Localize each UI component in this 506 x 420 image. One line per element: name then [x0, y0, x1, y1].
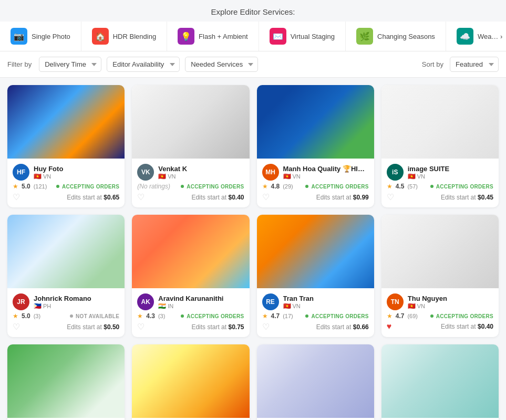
card[interactable]: AK Aravind Karunanithi 🇮🇳 IN ★ 4.3 (3) A…: [132, 215, 249, 337]
country-code: VN: [293, 173, 301, 180]
editor-country: 🇻🇳 VN: [408, 173, 493, 180]
star-icon: ★: [137, 312, 143, 320]
changing-seasons-icon: 🌿: [356, 28, 373, 45]
card[interactable]: RE Tran Tran 🇻🇳 VN ★ 4.7 (17) ACCEPTING …: [257, 215, 374, 337]
card-body: iS image SUITE 🇻🇳 VN ★ 4.5 (57) ACCEPTIN…: [381, 159, 499, 207]
sort-select[interactable]: Featured: [450, 57, 499, 72]
favorite-button[interactable]: ♡: [13, 192, 20, 202]
editor-row: JR Johnrick Romano 🇵🇭 PH: [13, 293, 119, 310]
card-body: AK Aravind Karunanithi 🇮🇳 IN ★ 4.3 (3) A…: [132, 288, 249, 337]
card-body: HF Huy Foto 🇻🇳 VN ★ 5.0 (121) ACCEPTING …: [7, 159, 125, 207]
status-text: ACCEPTING ORDERS: [311, 313, 368, 319]
price-label: Edits start at $0.99: [316, 194, 369, 201]
service-item-flash-ambient[interactable]: 💡 Flash + Ambient: [167, 22, 259, 51]
card-body: RN Rocker Nguyen 🇻🇳 VN ACCEPTING ORDERS: [257, 418, 374, 420]
rating-value: 4.7: [396, 312, 405, 320]
editor-name: Venkat K: [158, 165, 244, 173]
country-code: PH: [43, 303, 51, 309]
status-dot: [56, 185, 59, 188]
rating-value: 4.5: [396, 183, 405, 190]
favorite-button[interactable]: ♡: [387, 192, 394, 202]
card-grid: HF Huy Foto 🇻🇳 VN ★ 5.0 (121) ACCEPTING …: [0, 78, 506, 420]
editor-country: 🇻🇳 VN: [283, 302, 369, 310]
card[interactable]: HF Huy Foto 🇻🇳 VN ★ 5.0 (121) ACCEPTING …: [7, 85, 125, 207]
editor-row: RE Tran Tran 🇻🇳 VN: [262, 293, 369, 310]
editor-row: MH Manh Hoa Quality 🏆HIGH – END + 🇻🇳 VN: [262, 164, 369, 181]
avatar: VK: [137, 164, 154, 181]
favorite-button[interactable]: ♡: [262, 192, 270, 202]
service-item-hdr-blending[interactable]: 🏠 HDR Blending: [81, 22, 167, 51]
card[interactable]: RE Ryan Esgana 🇵🇭 PH ACCEPTING ORDERS ♡: [7, 344, 125, 420]
price-label: Edits start at $0.45: [441, 194, 493, 201]
rating-count: (57): [407, 183, 418, 190]
status-dot: [70, 314, 73, 318]
favorite-button[interactable]: ♡: [262, 322, 270, 332]
flash-ambient-icon: 💡: [178, 28, 194, 45]
service-item-single-photo[interactable]: 📷 Single Photo: [0, 22, 81, 51]
card-body: RE Ryan Esgana 🇵🇭 PH ACCEPTING ORDERS ♡: [7, 418, 125, 420]
service-item-changing-seasons[interactable]: 🌿 Changing Seasons: [346, 22, 446, 51]
single-photo-icon: 📷: [11, 28, 27, 45]
editor-country: 🇮🇳 IN: [158, 302, 244, 310]
country-flag: 🇻🇳: [408, 302, 416, 310]
hdr-blending-icon: 🏠: [92, 28, 109, 45]
country-flag: 🇻🇳: [283, 302, 291, 310]
status-text: NOT AVAILABLE: [76, 313, 119, 319]
price-row: ♥ Edits start at $0.40: [387, 322, 493, 331]
card[interactable]: MH Manh Hoa Quality 🏆HIGH – END + 🇻🇳 VN …: [257, 85, 374, 207]
favorite-button[interactable]: ♥: [387, 322, 392, 331]
hdr-blending-label: HDR Blending: [113, 33, 156, 40]
star-icon: ★: [13, 312, 18, 320]
favorite-button[interactable]: ♡: [13, 322, 20, 332]
editor-availability-select[interactable]: Editor Availability: [107, 57, 180, 72]
star-icon: ★: [13, 183, 18, 190]
card-image: [381, 344, 499, 418]
rating-value: 4.3: [146, 312, 155, 320]
rating-value: 5.0: [22, 312, 30, 320]
card[interactable]: VK Venkat K 🇻🇳 VN (No ratings) ACCEPTING…: [132, 85, 249, 207]
card[interactable]: RN Rocker Nguyen 🇻🇳 VN ACCEPTING ORDERS: [257, 344, 374, 420]
price-value: $0.66: [353, 323, 369, 331]
price-row: ♡ Edits start at $0.66: [262, 322, 369, 332]
editor-info: Tran Tran 🇻🇳 VN: [283, 295, 369, 310]
rating-row: (No ratings) ACCEPTING ORDERS: [137, 183, 244, 190]
service-item-virtual-staging[interactable]: ✉️ Virtual Staging: [259, 22, 346, 51]
service-item-weather[interactable]: ☁️ Wea… ›: [446, 22, 506, 51]
delivery-time-select[interactable]: Delivery Time: [39, 57, 101, 72]
avatar: JR: [13, 293, 29, 310]
card[interactable]: BP BEEPEC 🇻🇳 VN ACCEPTING ORDERS ♡: [132, 344, 249, 420]
country-flag: 🇮🇳: [158, 302, 166, 310]
price-row: ♡ Edits start at $0.65: [13, 192, 119, 202]
country-flag: 🇻🇳: [158, 173, 166, 180]
card-body: VK Venkat K 🇻🇳 VN (No ratings) ACCEPTING…: [132, 159, 249, 207]
country-code: VN: [417, 303, 425, 309]
needed-services-select[interactable]: Needed Services: [185, 57, 258, 72]
weather-label: Wea… ›: [478, 33, 502, 40]
price-value: $0.40: [478, 323, 493, 330]
card-image: [7, 85, 125, 159]
editor-info: Johnrick Romano 🇵🇭 PH: [34, 295, 119, 310]
card[interactable]: JR Johnrick Romano 🇵🇭 PH ★ 5.0 (3) NOT A…: [7, 215, 125, 337]
price-value: $0.75: [228, 323, 244, 331]
star-icon: ★: [387, 183, 393, 190]
avatar: iS: [387, 164, 404, 181]
rating-count: (3): [34, 313, 40, 319]
price-label: Edits start at $0.65: [67, 194, 119, 201]
price-value: $0.45: [478, 194, 493, 201]
status-dot: [181, 185, 184, 188]
rating-count: (121): [34, 183, 47, 190]
filter-label: Filter by: [7, 60, 32, 68]
rating-count: (17): [283, 313, 293, 319]
card-image: [7, 215, 125, 288]
favorite-button[interactable]: ♡: [137, 192, 144, 202]
card[interactable]: TN Thu Nguyen 🇻🇳 VN ★ 4.7 (69) ACCEPTING…: [381, 215, 499, 337]
no-rating: (No ratings): [137, 183, 170, 190]
card[interactable]: KV Khanh Vy 🇻🇳 VN ACCEPTING ORDERS ♡: [381, 344, 499, 420]
price-value: $0.65: [104, 194, 119, 201]
favorite-button[interactable]: ♡: [137, 322, 144, 332]
changing-seasons-label: Changing Seasons: [377, 33, 435, 40]
services-bar: 📷 Single Photo 🏠 HDR Blending 💡 Flash + …: [0, 22, 506, 51]
status-text: ACCEPTING ORDERS: [187, 313, 244, 319]
avatar: RE: [262, 293, 279, 310]
card[interactable]: iS image SUITE 🇻🇳 VN ★ 4.5 (57) ACCEPTIN…: [381, 85, 499, 207]
